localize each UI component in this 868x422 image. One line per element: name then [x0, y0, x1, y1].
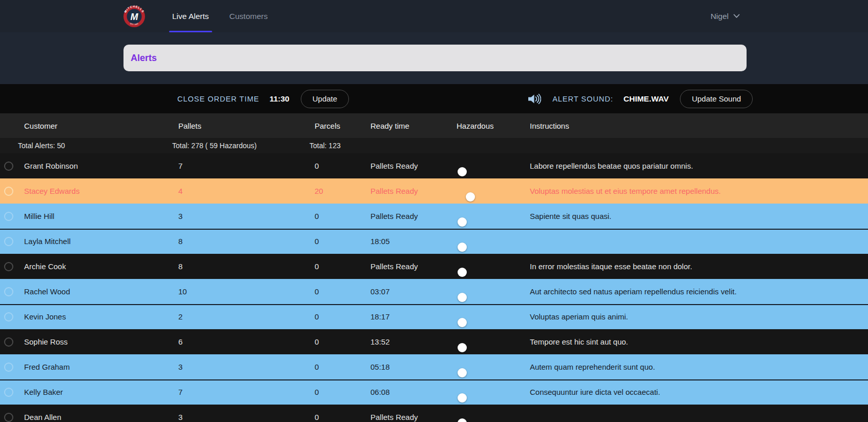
row-parcels: 0 — [315, 237, 370, 246]
row-customer: Sophie Ross — [24, 337, 178, 346]
row-instructions: Labore repellendus beatae quos pariatur … — [530, 162, 868, 170]
table-row[interactable]: Sophie Ross 6 0 13:52 Tempore est hic si… — [0, 329, 868, 354]
row-radio[interactable] — [4, 187, 13, 196]
brand-logo-icon: MITCHELLS M EST. 1905 — [123, 5, 146, 28]
close-order-group: CLOSE ORDER TIME 11:30 Update — [177, 90, 349, 108]
row-radio[interactable] — [4, 363, 13, 372]
table-row[interactable]: Millie Hill 3 0 Pallets Ready Sapiente s… — [0, 204, 868, 229]
header-hazardous: Hazardous — [457, 122, 530, 130]
app-window: MITCHELLS M EST. 1905 Live Alerts Custom… — [0, 0, 868, 422]
toggle-knob — [466, 192, 475, 202]
row-pallets: 3 — [178, 212, 315, 220]
row-radio[interactable] — [4, 312, 13, 321]
nav-tabs: Live Alerts Customers — [164, 0, 280, 32]
row-ready-time: Pallets Ready — [370, 262, 457, 271]
row-radio-cell — [0, 162, 24, 171]
row-ready-time: 13:52 — [370, 337, 457, 346]
row-ready-time: 18:05 — [370, 237, 457, 246]
row-parcels: 20 — [315, 187, 370, 195]
row-radio-cell — [0, 237, 24, 246]
alert-sound-label: ALERT SOUND: — [552, 95, 613, 103]
update-sound-button[interactable]: Update Sound — [680, 90, 753, 108]
alert-sound-value: CHIME.WAV — [624, 94, 669, 104]
row-radio-cell — [0, 212, 24, 221]
table-row[interactable]: Fred Graham 3 0 05:18 Autem quam reprehe… — [0, 354, 868, 379]
tab-customers[interactable]: Customers — [221, 0, 276, 32]
row-ready-time: Pallets Ready — [370, 162, 457, 170]
total-pallets: Total: 278 ( 59 Hazardous) — [172, 142, 257, 150]
row-parcels: 0 — [315, 413, 370, 421]
row-customer: Layla Mitchell — [24, 237, 178, 246]
totals-row: Total Alerts: 50 Total: 278 ( 59 Hazardo… — [0, 138, 868, 153]
row-customer: Kevin Jones — [24, 312, 178, 321]
header-parcels: Parcels — [315, 122, 370, 130]
row-instructions: Autem quam reprehenderit sunt quo. — [530, 363, 868, 371]
header-ready-time: Ready time — [370, 122, 457, 130]
svg-text:M: M — [131, 11, 139, 22]
alerts-banner: Alerts — [123, 45, 747, 71]
toggle-knob — [458, 243, 467, 252]
table-row[interactable]: Dean Allen 3 0 Pallets Ready — [0, 405, 868, 422]
row-ready-time: Pallets Ready — [370, 212, 457, 220]
row-customer: Grant Robinson — [24, 162, 178, 170]
row-ready-time: Pallets Ready — [370, 413, 457, 421]
row-radio[interactable] — [4, 212, 13, 221]
table-row[interactable]: Grant Robinson 7 0 Pallets Ready Labore … — [0, 153, 868, 178]
tab-live-alerts[interactable]: Live Alerts — [164, 0, 217, 32]
alert-sound-group: ALERT SOUND: CHIME.WAV Update Sound — [527, 90, 753, 108]
toggle-knob — [458, 418, 467, 422]
row-instructions: Tempore est hic sint aut quo. — [530, 337, 868, 346]
close-order-time-label: CLOSE ORDER TIME — [177, 95, 259, 103]
row-ready-time: 05:18 — [370, 363, 457, 371]
top-nav: MITCHELLS M EST. 1905 Live Alerts Custom… — [0, 0, 868, 32]
row-pallets: 8 — [178, 262, 315, 271]
row-radio-cell — [0, 262, 24, 271]
toggle-knob — [458, 318, 467, 327]
brand-logo: MITCHELLS M EST. 1905 — [123, 5, 146, 28]
row-parcels: 0 — [315, 363, 370, 371]
row-pallets: 3 — [178, 363, 315, 371]
hero-section: Alerts — [0, 32, 868, 84]
alerts-table: Customer Pallets Parcels Ready time Haza… — [0, 113, 868, 422]
row-pallets: 6 — [178, 337, 315, 346]
table-row[interactable]: Kelly Baker 7 0 06:08 Consequuntur iure … — [0, 379, 868, 405]
row-ready-time: 03:07 — [370, 287, 457, 296]
row-parcels: 0 — [315, 312, 370, 321]
table-row[interactable]: Rachel Wood 10 0 03:07 Aut architecto se… — [0, 279, 868, 304]
row-instructions: Voluptas molestias ut et eius tempore am… — [530, 187, 868, 195]
row-parcels: 0 — [315, 212, 370, 220]
row-radio-cell — [0, 287, 24, 296]
toggle-knob — [458, 217, 467, 227]
table-row[interactable]: Kevin Jones 2 0 18:17 Voluptas aperiam q… — [0, 304, 868, 329]
row-pallets: 10 — [178, 287, 315, 296]
row-radio[interactable] — [4, 262, 13, 271]
row-customer: Millie Hill — [24, 212, 178, 220]
row-customer: Kelly Baker — [24, 388, 178, 396]
row-radio[interactable] — [4, 162, 13, 171]
row-radio[interactable] — [4, 388, 13, 397]
row-instructions: In error molestias itaque esse beatae no… — [530, 262, 868, 271]
row-parcels: 0 — [315, 287, 370, 296]
table-row[interactable]: Layla Mitchell 8 0 18:05 — [0, 229, 868, 254]
row-customer: Stacey Edwards — [24, 187, 178, 195]
row-instructions: Voluptas aperiam quis animi. — [530, 312, 868, 321]
user-menu[interactable]: Nigel — [711, 12, 740, 21]
row-radio[interactable] — [4, 337, 13, 347]
row-pallets: 7 — [178, 162, 315, 170]
header-pallets: Pallets — [178, 122, 315, 130]
row-customer: Rachel Wood — [24, 287, 178, 296]
row-radio[interactable] — [4, 287, 13, 296]
row-radio[interactable] — [4, 237, 13, 246]
toggle-knob — [458, 293, 467, 302]
row-radio[interactable] — [4, 413, 13, 422]
table-row[interactable]: Archie Cook 8 0 Pallets Ready In error m… — [0, 254, 868, 279]
row-radio-cell — [0, 363, 24, 372]
table-row[interactable]: Stacey Edwards 4 20 Pallets Ready Volupt… — [0, 178, 868, 204]
toggle-knob — [458, 167, 467, 176]
total-alerts: Total Alerts: 50 — [18, 142, 65, 150]
row-ready-time: 18:17 — [370, 312, 457, 321]
update-button[interactable]: Update — [301, 90, 349, 108]
row-radio-cell — [0, 413, 24, 422]
row-pallets: 7 — [178, 388, 315, 396]
row-radio-cell — [0, 312, 24, 321]
